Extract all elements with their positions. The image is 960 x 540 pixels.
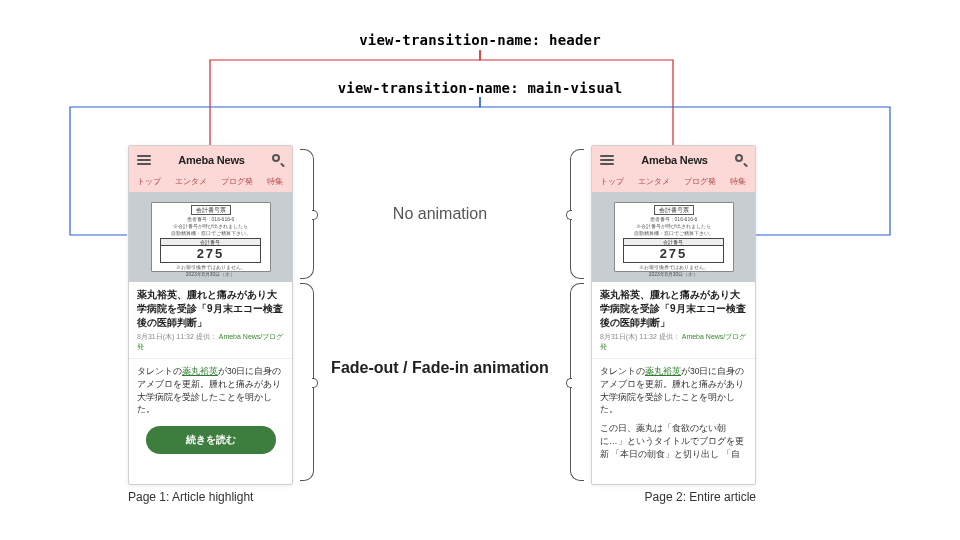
tab-blog[interactable]: ブログ発 (221, 176, 253, 187)
caption-page2: Page 2: Entire article (591, 490, 756, 504)
tab-feature[interactable]: 特集 (267, 176, 283, 187)
brace-bottom-right (300, 283, 314, 481)
ticket-header: 会計番号票 (654, 205, 694, 215)
nav-tabs: トップ エンタメ ブログ発 特集 (129, 172, 292, 192)
article-title: 薬丸裕英、腫れと痛みがあり大学病院を受診「9月末エコー検査後の医師判断」 (129, 282, 292, 332)
page1-phone: Ameba News トップ エンタメ ブログ発 特集 会計番号票 患者番号：0… (128, 145, 293, 485)
ticket-line2: ※会計番号が呼び出されましたら (636, 223, 711, 229)
label-vtname-main-visual: view-transition-name: main-visual (0, 80, 960, 96)
phone1-header: Ameba News トップ エンタメ ブログ発 特集 (129, 146, 292, 192)
meta-time: 8月31日(木) 11:32 (600, 333, 657, 340)
body-link[interactable]: 薬丸裕英 (182, 366, 218, 376)
ticket-line2: ※会計番号が呼び出されましたら (173, 223, 248, 229)
tab-top[interactable]: トップ (137, 176, 161, 187)
ticket-num-label: 会計番号 (624, 239, 723, 246)
brand-title: Ameba News (178, 154, 244, 166)
search-icon[interactable] (272, 154, 284, 166)
ticket-header: 会計番号票 (191, 205, 231, 215)
hamburger-icon[interactable] (137, 155, 151, 165)
caption-page1: Page 1: Article highlight (128, 490, 253, 504)
read-more-button[interactable]: 続きを読む (146, 426, 276, 454)
nav-tabs: トップ エンタメ ブログ発 特集 (592, 172, 755, 192)
ticket-note: ※お薬引換券ではありません。 (176, 264, 246, 270)
ticket-date: 2023年8月30日（水） (649, 271, 698, 277)
article-meta: 8月31日(木) 11:32 提供： Ameba News/ブログ発 (129, 332, 292, 356)
ticket-line3: 自動精算機・窓口でご精算下さい。 (171, 230, 251, 236)
tab-top[interactable]: トップ (600, 176, 624, 187)
tab-entame[interactable]: エンタメ (638, 176, 670, 187)
article-title: 薬丸裕英、腫れと痛みがあり大学病院を受診「9月末エコー検査後の医師判断」 (592, 282, 755, 332)
ticket-date: 2023年8月30日（水） (186, 271, 235, 277)
annotation-fade-animation: Fade-out / Fade-in animation (330, 358, 550, 379)
ticket-image: 会計番号票 患者番号：016-616-6 ※会計番号が呼び出されましたら 自動精… (614, 202, 734, 272)
ticket-line1: 患者番号：016-616-6 (187, 216, 235, 222)
divider (592, 358, 755, 359)
article-meta: 8月31日(木) 11:32 提供： Ameba News/ブログ発 (592, 332, 755, 356)
search-icon[interactable] (735, 154, 747, 166)
ticket-number: 275 (624, 246, 723, 262)
tab-entame[interactable]: エンタメ (175, 176, 207, 187)
ticket-note: ※お薬引換券ではありません。 (639, 264, 709, 270)
ticket-num-label: 会計番号 (161, 239, 260, 246)
brace-bottom-left (570, 283, 584, 481)
phone2-main-visual: 会計番号票 患者番号：016-616-6 ※会計番号が呼び出されましたら 自動精… (592, 192, 755, 282)
body-pre: タレントの (600, 366, 645, 376)
tab-feature[interactable]: 特集 (730, 176, 746, 187)
meta-provider: 提供： (659, 333, 680, 340)
ticket-image: 会計番号票 患者番号：016-616-6 ※会計番号が呼び出されましたら 自動精… (151, 202, 271, 272)
brace-top-left (570, 149, 584, 279)
article-body-2: この日、薬丸は「食欲のない朝に…」というタイトルでブログを更新 「本日の朝食」と… (592, 422, 755, 466)
article-body: タレントの薬丸裕英が30日に自身のアメブロを更新。腫れと痛みがあり大学病院を受診… (592, 363, 755, 422)
meta-provider: 提供： (196, 333, 217, 340)
article-body: タレントの薬丸裕英が30日に自身のアメブロを更新。腫れと痛みがあり大学病院を受診… (129, 363, 292, 422)
phone1-main-visual: 会計番号票 患者番号：016-616-6 ※会計番号が呼び出されましたら 自動精… (129, 192, 292, 282)
page2-phone: Ameba News トップ エンタメ ブログ発 特集 会計番号票 患者番号：0… (591, 145, 756, 485)
brace-top-right (300, 149, 314, 279)
body-link[interactable]: 薬丸裕英 (645, 366, 681, 376)
annotation-no-animation: No animation (330, 205, 550, 223)
hamburger-icon[interactable] (600, 155, 614, 165)
ticket-line3: 自動精算機・窓口でご精算下さい。 (634, 230, 714, 236)
divider (129, 358, 292, 359)
label-vtname-header: view-transition-name: header (0, 32, 960, 48)
ticket-number: 275 (161, 246, 260, 262)
meta-time: 8月31日(木) 11:32 (137, 333, 194, 340)
tab-blog[interactable]: ブログ発 (684, 176, 716, 187)
body-pre: タレントの (137, 366, 182, 376)
ticket-line1: 患者番号：016-616-6 (650, 216, 698, 222)
phone2-header: Ameba News トップ エンタメ ブログ発 特集 (592, 146, 755, 192)
brand-title: Ameba News (641, 154, 707, 166)
